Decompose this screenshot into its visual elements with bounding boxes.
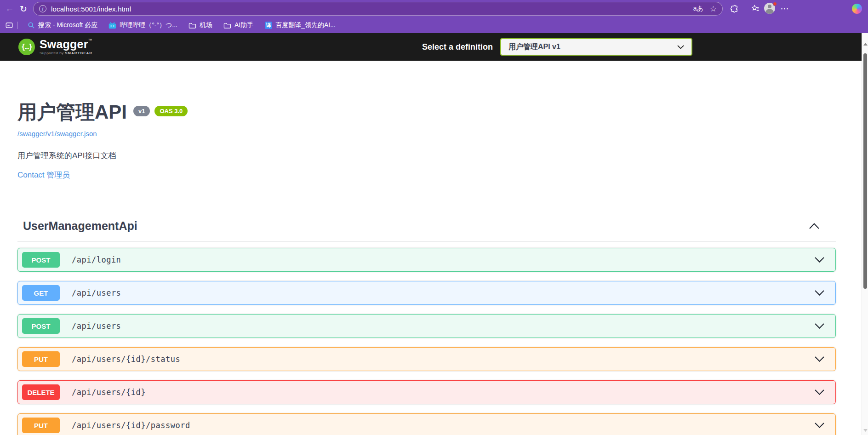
sidebar-toggle-icon[interactable] [4, 20, 15, 31]
favorites-bar-icon[interactable] [749, 2, 762, 15]
chevron-down-icon[interactable] [815, 423, 824, 428]
translate-page-icon[interactable]: aあ [693, 5, 703, 13]
browser-menu-icon[interactable]: ⋯ [778, 2, 791, 15]
bookmark-item[interactable]: 机场 [184, 19, 217, 31]
endpoint-path: /api/users/{id}/password [72, 421, 190, 430]
endpoint-path: /api/users [72, 321, 121, 331]
method-badge: POST [22, 252, 60, 268]
baidu-translate-icon: 译 [264, 22, 272, 29]
bookmarks-bar: 搜索 - Microsoft 必应 哔哩哔哩（°-°）つ... 机场 AI助手 … [0, 17, 868, 33]
browser-toolbar: ← ↻ i localhost:5001/index.html aあ ☆ [0, 0, 868, 17]
folder-icon [223, 22, 231, 29]
tag-title: UserManagementApi [23, 219, 137, 233]
version-badge: v1 [133, 106, 150, 116]
bookmark-item[interactable]: 搜索 - Microsoft 必应 [23, 19, 102, 31]
search-icon [27, 22, 35, 29]
page-title: 用户管理API [17, 102, 127, 122]
tag-header[interactable]: UserManagementApi [17, 219, 836, 241]
swagger-content: 用户管理API v1 OAS 3.0 /swagger/v1/swagger.j… [0, 102, 868, 435]
select-definition-label: Select a definition [422, 42, 493, 52]
scroll-down-icon[interactable] [862, 428, 868, 433]
chevron-down-icon[interactable] [815, 257, 824, 263]
bookmark-item[interactable]: 哔哩哔哩（°-°）つ... [104, 19, 182, 31]
method-badge: PUT [22, 351, 60, 367]
endpoint-path: /api/users/{id}/status [72, 355, 180, 364]
method-badge: GET [22, 285, 60, 301]
vertical-scrollbar[interactable] [862, 33, 868, 435]
back-icon[interactable]: ← [3, 2, 17, 16]
definition-select[interactable]: 用户管理API v1 [500, 38, 692, 56]
method-badge: PUT [22, 418, 60, 433]
endpoint-path: /api/users [72, 288, 121, 298]
endpoint-row[interactable]: POST /api/login [17, 248, 836, 272]
toolbar-divider [745, 5, 745, 13]
endpoint-row[interactable]: PUT /api/users/{id}/status [17, 347, 836, 371]
scroll-up-icon[interactable] [862, 41, 868, 47]
scrollbar-thumb[interactable] [863, 53, 867, 289]
trademark-symbol: ™ [88, 38, 92, 43]
notification-dot [773, 2, 777, 6]
contact-link[interactable]: Contact 管理员 [17, 170, 836, 180]
smartbear-credit: Supported by SMARTBEAR [40, 52, 92, 55]
chevron-down-icon [677, 45, 684, 49]
definition-selector: Select a definition 用户管理API v1 [422, 38, 692, 56]
copilot-icon[interactable] [851, 2, 863, 15]
site-info-icon[interactable]: i [39, 5, 46, 12]
swagger-logo-icon: {…} [18, 39, 35, 55]
oas-badge: OAS 3.0 [154, 106, 188, 116]
profile-avatar[interactable] [764, 2, 777, 15]
bookmarks-divider [17, 22, 18, 29]
spec-json-link[interactable]: /swagger/v1/swagger.json [17, 130, 836, 137]
chevron-down-icon[interactable] [815, 323, 824, 329]
endpoint-row[interactable]: DELETE /api/users/{id} [17, 380, 836, 404]
folder-icon [188, 22, 196, 29]
endpoint-path: /api/login [72, 255, 121, 264]
browser-toolbar-right: ⋯ [728, 2, 863, 15]
bookmark-label: AI助手 [234, 21, 253, 29]
swagger-topbar: {…} Swagger™ Supported by SMARTBEAR Sele… [0, 33, 868, 61]
swagger-logo[interactable]: {…} Swagger™ Supported by SMARTBEAR [18, 39, 92, 55]
bookmark-label: 机场 [200, 21, 212, 29]
endpoint-row[interactable]: GET /api/users [17, 281, 836, 305]
chevron-up-icon[interactable] [807, 219, 821, 233]
tag-section: UserManagementApi POST /api/login GET /a… [17, 219, 836, 435]
extensions-icon[interactable] [728, 2, 741, 15]
endpoint-row[interactable]: POST /api/users [17, 314, 836, 338]
endpoint-path: /api/users/{id} [72, 388, 146, 397]
bilibili-icon [108, 22, 116, 29]
method-badge: DELETE [22, 384, 60, 400]
url-text[interactable]: localhost:5001/index.html [51, 5, 131, 13]
swagger-logo-text: Swagger [40, 38, 88, 51]
chevron-down-icon[interactable] [815, 389, 824, 395]
bookmark-item[interactable]: 译 百度翻译_领先的AI... [260, 19, 340, 31]
api-description: 用户管理系统的API接口文档 [17, 150, 836, 161]
endpoint-row[interactable]: PUT /api/users/{id}/password [17, 413, 836, 435]
method-badge: POST [22, 318, 60, 334]
address-bar[interactable]: i localhost:5001/index.html aあ ☆ [33, 2, 723, 16]
favorite-star-icon[interactable]: ☆ [710, 4, 717, 14]
refresh-icon[interactable]: ↻ [17, 2, 30, 16]
bookmark-label: 搜索 - Microsoft 必应 [38, 21, 97, 29]
chevron-down-icon[interactable] [815, 356, 824, 362]
bookmark-label: 百度翻译_领先的AI... [275, 21, 336, 29]
endpoints-list: POST /api/login GET /api/users POST /api… [17, 248, 836, 435]
chevron-down-icon[interactable] [815, 290, 824, 296]
bookmark-label: 哔哩哔哩（°-°）つ... [120, 21, 177, 29]
edge-browser-window: ← ↻ i localhost:5001/index.html aあ ☆ [0, 0, 868, 435]
bookmark-item[interactable]: AI助手 [219, 19, 258, 31]
selected-definition: 用户管理API v1 [508, 42, 560, 52]
